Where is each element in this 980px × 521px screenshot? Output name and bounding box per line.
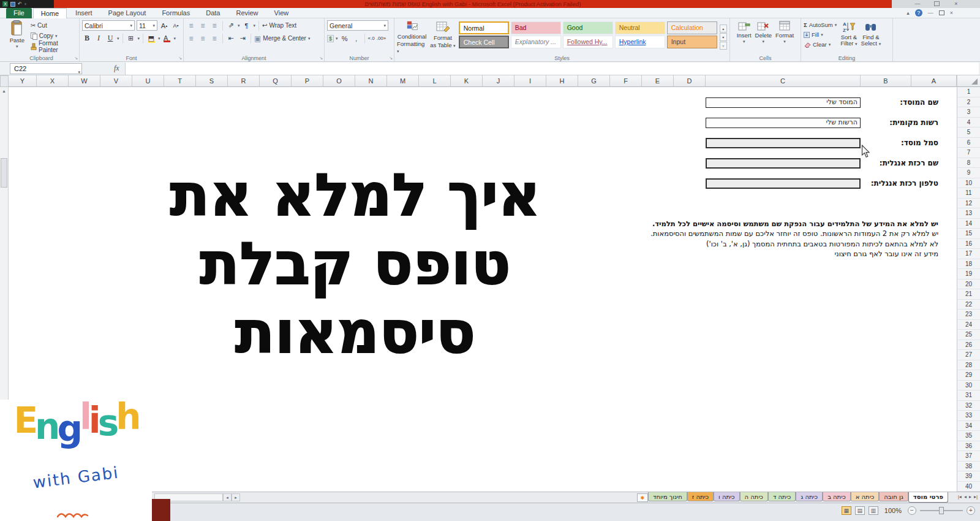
autosum-button[interactable]: ΣAutoSum▾: [804, 20, 837, 29]
column-header-S[interactable]: S: [196, 75, 228, 87]
row-header-40[interactable]: 40: [957, 482, 980, 492]
decrease-indent-icon[interactable]: ⇤: [226, 34, 236, 44]
sheet-tab-כיתה ג[interactable]: כיתה ג: [796, 492, 823, 501]
underline-icon[interactable]: U: [105, 34, 115, 44]
format-cells-button[interactable]: Format▾: [775, 20, 794, 54]
sheet-tab-כיתה ז[interactable]: כיתה ז: [687, 492, 714, 501]
column-header-B[interactable]: B: [861, 75, 911, 87]
prev-sheet-icon[interactable]: ◂: [964, 494, 967, 500]
column-header-K[interactable]: K: [451, 75, 483, 87]
delete-cells-button[interactable]: Delete▾: [755, 20, 772, 54]
column-header-E[interactable]: E: [642, 75, 674, 87]
row-header-1[interactable]: 1: [957, 87, 980, 97]
font-family-select[interactable]: Calibri▾: [82, 20, 135, 31]
column-header-Y[interactable]: Y: [9, 75, 37, 87]
sheet-tab-כיתה ב[interactable]: כיתה ב: [823, 492, 851, 501]
zoom-in-button[interactable]: +: [967, 506, 975, 515]
style-chip-hyperlink[interactable]: Hyperlink: [615, 36, 665, 48]
row-header-38[interactable]: 38: [957, 462, 980, 472]
row-header-36[interactable]: 36: [957, 441, 980, 452]
scroll-left-icon[interactable]: ◂: [223, 493, 232, 501]
row-header-11[interactable]: 11: [957, 188, 980, 199]
row-header-22[interactable]: 22: [957, 300, 980, 310]
fill-color-icon[interactable]: ⬒: [146, 34, 156, 44]
style-chip-neutral[interactable]: Neutral: [615, 21, 665, 34]
style-chip-normal[interactable]: Normal: [459, 21, 509, 34]
row-header-13[interactable]: 13: [957, 208, 980, 219]
row-header-14[interactable]: 14: [957, 219, 980, 229]
row-header-23[interactable]: 23: [957, 310, 980, 320]
gallery-up-icon[interactable]: ▴: [720, 25, 727, 32]
accounting-format-icon[interactable]: $: [327, 35, 334, 42]
column-header-R[interactable]: R: [228, 75, 260, 87]
find-select-button[interactable]: Find &Select ▾: [861, 20, 881, 54]
formula-input[interactable]: [125, 63, 979, 75]
cut-button[interactable]: ✂Cut: [31, 20, 77, 31]
conditional-formatting-button[interactable]: Conditional Formatting ▾: [397, 20, 427, 54]
column-header-M[interactable]: M: [387, 75, 419, 87]
name-box[interactable]: C22▾: [10, 63, 82, 74]
column-header-P[interactable]: P: [292, 75, 323, 87]
minimize-button[interactable]: —: [911, 1, 924, 7]
align-left-icon[interactable]: ≡: [186, 34, 196, 44]
column-header-I[interactable]: I: [514, 75, 546, 87]
row-header-39[interactable]: 39: [957, 471, 980, 482]
form-input-box-2[interactable]: הרשות שלי: [706, 118, 861, 128]
sheet-tab-כיתה ד[interactable]: כיתה ד: [768, 492, 796, 501]
orientation-icon[interactable]: ⇗: [226, 21, 236, 31]
form-input-box-1[interactable]: המוסד שלי: [706, 97, 861, 108]
align-center-icon[interactable]: ≡: [198, 34, 208, 44]
row-header-35[interactable]: 35: [957, 431, 980, 441]
decrease-decimal-icon[interactable]: .00»: [377, 36, 386, 41]
align-top-icon[interactable]: ≡: [186, 21, 196, 31]
row-header-34[interactable]: 34: [957, 421, 980, 432]
number-dialog-launcher[interactable]: ↘: [389, 56, 393, 61]
row-header-19[interactable]: 19: [957, 269, 980, 280]
save-icon[interactable]: [10, 2, 15, 7]
gallery-down-icon[interactable]: ▾: [720, 33, 727, 41]
row-header-31[interactable]: 31: [957, 390, 980, 401]
column-header-T[interactable]: T: [164, 75, 196, 87]
page-layout-view-button[interactable]: ▤: [855, 506, 865, 515]
column-header-A[interactable]: A: [911, 75, 957, 87]
align-middle-icon[interactable]: ≡: [198, 21, 208, 31]
number-format-select[interactable]: General▾: [327, 20, 388, 31]
sheet-tab-גן חובה[interactable]: גן חובה: [879, 492, 908, 501]
column-header-W[interactable]: W: [69, 75, 100, 87]
zoom-slider[interactable]: [920, 510, 963, 511]
row-header-25[interactable]: 25: [957, 330, 980, 340]
format-as-table-button[interactable]: Format as Table ▾: [429, 20, 456, 54]
row-header-15[interactable]: 15: [957, 229, 980, 239]
style-chip-good[interactable]: Good: [563, 21, 613, 34]
normal-view-button[interactable]: ▦: [842, 506, 851, 515]
ribbon-tab-page-layout[interactable]: Page Layout: [101, 8, 154, 18]
row-header-30[interactable]: 30: [957, 381, 980, 391]
insert-worksheet-button[interactable]: ✱: [637, 493, 648, 502]
row-header-33[interactable]: 33: [957, 411, 980, 421]
qat-dropdown-icon[interactable]: ▾: [24, 2, 27, 7]
alignment-dialog-launcher[interactable]: ↘: [319, 56, 323, 61]
select-all-corner[interactable]: [957, 75, 980, 87]
page-break-view-button[interactable]: ▥: [869, 506, 878, 515]
align-bottom-icon[interactable]: ≡: [209, 21, 219, 31]
sort-filter-button[interactable]: A Z Sort &Filter ▾: [840, 20, 857, 54]
percent-icon[interactable]: %: [340, 34, 350, 44]
style-chip-followed[interactable]: Followed Hy...: [563, 36, 613, 48]
next-sheet-icon[interactable]: ▸: [969, 494, 971, 500]
borders-icon[interactable]: ⊞: [126, 34, 136, 44]
wrap-text-button[interactable]: Wrap Text: [269, 22, 296, 29]
column-header-F[interactable]: F: [610, 75, 642, 87]
grow-font-icon[interactable]: A▴: [159, 21, 169, 31]
row-header-26[interactable]: 26: [957, 340, 980, 351]
workbook-close-icon[interactable]: ×: [950, 10, 953, 16]
style-chip-calculation[interactable]: Calculation: [667, 21, 717, 34]
sheet-tab-פרטי מוסד[interactable]: פרטי מוסד: [908, 492, 948, 503]
font-color-icon[interactable]: A: [162, 34, 172, 44]
column-header-N[interactable]: N: [355, 75, 387, 87]
clipboard-dialog-launcher[interactable]: ↘: [74, 56, 78, 61]
row-header-10[interactable]: 10: [957, 178, 980, 189]
row-header-3[interactable]: 3: [957, 107, 980, 118]
column-header-C[interactable]: C: [706, 75, 861, 87]
form-input-box-4[interactable]: [706, 158, 861, 169]
first-sheet-icon[interactable]: |◂: [958, 494, 962, 500]
